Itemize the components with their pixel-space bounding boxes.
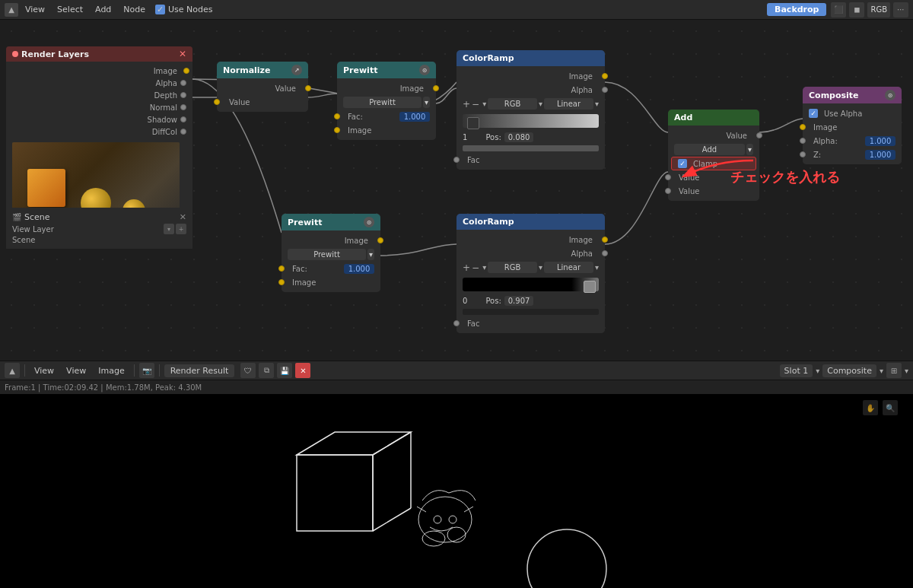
composite-icon: ⊙	[885, 90, 896, 100]
view-layer-chevron[interactable]: ▾	[164, 224, 174, 234]
prewitt1-dropdown-arrow[interactable]: ▾	[423, 97, 430, 108]
menu-view[interactable]: View	[20, 3, 50, 16]
cr2-rgb-btn[interactable]: RGB	[488, 262, 537, 273]
prewitt-node1: Prewitt ⊙ Image Prewitt ▾ Fac: 1.000 Ima…	[337, 62, 436, 140]
icon-btn-4[interactable]: ⋯	[893, 2, 908, 17]
bottom-image-btn[interactable]: Image	[94, 364, 129, 377]
cr2-alpha-socket	[602, 250, 608, 256]
cr1-remove-btn[interactable]: −	[472, 99, 479, 110]
cr1-add-btn[interactable]: +	[463, 99, 470, 110]
colorramp2-title: ColorRamp	[463, 217, 514, 227]
cr1-rgb-btn[interactable]: RGB	[488, 98, 537, 110]
composite-z-label: Z:	[809, 151, 862, 159]
shield-icon[interactable]: 🛡	[240, 363, 256, 378]
backdrop-button[interactable]: Backdrop	[767, 3, 826, 16]
view-mode-arrow[interactable]: ▾	[905, 367, 908, 375]
cr2-add-btn[interactable]: +	[463, 262, 470, 273]
cr2-track-bar	[463, 309, 599, 315]
normalize-output-socket	[305, 85, 311, 91]
bottom-icon1[interactable]: ▲	[5, 363, 20, 378]
cr2-menu-btn[interactable]: ▾	[482, 263, 486, 272]
svg-point-8	[422, 531, 445, 546]
svg-line-6	[373, 432, 411, 455]
colorramp1-title: ColorRamp	[463, 53, 514, 63]
camera-icon[interactable]: 📷	[139, 363, 154, 378]
render-layers-node: Render Layers ✕ Image Alpha Depth Normal…	[6, 46, 192, 249]
composite-img-socket	[800, 124, 806, 130]
composite-title: Composite	[809, 91, 859, 100]
view-mode-icon[interactable]: ⊞	[886, 363, 902, 378]
add-operation-dropdown[interactable]: Add	[674, 144, 745, 155]
rgb-label[interactable]: RGB	[867, 2, 890, 17]
cr1-colorbar[interactable]	[463, 114, 599, 128]
render-layers-close[interactable]: ✕	[179, 49, 186, 59]
cr1-pos-value[interactable]: 0.080	[504, 132, 534, 142]
cr2-fac-in: Fac	[456, 316, 605, 330]
svg-line-10	[417, 507, 426, 512]
add-value-out-label: Value	[674, 132, 753, 140]
menu-node[interactable]: Node	[118, 3, 151, 16]
cr1-image-out-label: Image	[463, 72, 599, 81]
close-render-btn[interactable]: ✕	[295, 363, 310, 378]
cr1-track-bar	[463, 145, 599, 151]
add-operation-arrow[interactable]: ▾	[746, 144, 753, 155]
prewitt2-dropdown-arrow[interactable]: ▾	[367, 249, 374, 260]
prewitt2-img-in: Image	[282, 275, 380, 289]
prewitt2-out-socket	[377, 237, 383, 243]
hand-icon[interactable]: ✋	[863, 400, 878, 415]
icon-btn-1[interactable]: ⬛	[831, 2, 846, 17]
cr2-swatch[interactable]	[584, 281, 596, 293]
add-node-header: Add	[668, 110, 759, 126]
bottom-toolbar: ▲ View View Image 📷 Render Result 🛡 ⧉ 💾 …	[0, 361, 913, 380]
prewitt1-fac-value[interactable]: 1.000	[399, 112, 430, 122]
colorramp-node2: ColorRamp Image Alpha + − ▾ RGB ▾ Linear…	[456, 214, 605, 333]
render-layers-dot	[12, 51, 18, 57]
composite-z-val[interactable]: 1.000	[865, 150, 896, 160]
clamp-checkbox[interactable]: ✓	[678, 159, 687, 168]
use-alpha-row: ✓ Use Alpha	[803, 106, 902, 120]
cr1-linear-arrow[interactable]: ▾	[595, 100, 599, 108]
cr1-linear-btn[interactable]: Linear	[544, 98, 593, 110]
composite-alpha-val[interactable]: 1.000	[865, 136, 896, 146]
menu-add[interactable]: Add	[90, 3, 116, 16]
scene-remove[interactable]: ✕	[180, 212, 186, 222]
use-nodes-checkbox[interactable]: ✓	[155, 5, 165, 14]
use-alpha-checkbox[interactable]: ✓	[809, 109, 818, 118]
copy-icon[interactable]: ⧉	[259, 363, 274, 378]
render-layers-title: Render Layers	[21, 49, 89, 59]
slot-dropdown[interactable]: Slot 1	[780, 364, 813, 377]
cr1-rgb-arrow[interactable]: ▾	[539, 100, 542, 108]
prewitt2-image-out-label: Image	[288, 237, 374, 245]
composite-dropdown[interactable]: Composite	[822, 364, 876, 377]
view-layer-add[interactable]: +	[176, 224, 186, 234]
prewitt1-dropdown[interactable]: Prewitt	[343, 97, 422, 108]
cr2-remove-btn[interactable]: −	[472, 262, 479, 273]
cr2-linear-arrow[interactable]: ▾	[595, 263, 599, 272]
menu-select[interactable]: Select	[52, 3, 88, 16]
cr2-pos-value[interactable]: 0.907	[504, 296, 534, 306]
cr1-swatch[interactable]	[467, 117, 479, 129]
zoom-icon[interactable]: 🔍	[883, 400, 898, 415]
normalize-output-label: Value	[223, 84, 302, 93]
cr2-colorbar[interactable]	[463, 278, 599, 291]
clamp-row: ✓ Clamp	[671, 157, 756, 170]
composite-z-row: Z: 1.000	[803, 148, 902, 161]
colorramp2-header: ColorRamp	[456, 214, 605, 230]
add-val1-label: Value	[674, 173, 753, 182]
cr1-alpha-out: Alpha	[456, 83, 605, 97]
composite-arrow[interactable]: ▾	[880, 367, 883, 375]
cr1-menu-btn[interactable]: ▾	[482, 100, 486, 108]
slot-arrow[interactable]: ▾	[816, 367, 819, 375]
rl-normal-label: Normal	[12, 103, 177, 112]
bottom-view-btn[interactable]: View	[30, 364, 59, 377]
cr2-linear-btn[interactable]: Linear	[544, 262, 593, 273]
normalize-body: Value Value	[217, 78, 308, 112]
prewitt2-fac-value[interactable]: 1.000	[344, 264, 374, 274]
icon-btn-2[interactable]: ◼	[849, 2, 864, 17]
cr2-rgb-arrow[interactable]: ▾	[539, 263, 542, 272]
prewitt2-dropdown[interactable]: Prewitt	[288, 249, 366, 260]
prewitt2-dropdown-row: Prewitt ▾	[282, 247, 380, 262]
save-icon[interactable]: 💾	[277, 363, 292, 378]
use-nodes-group: ✓ Use Nodes	[155, 5, 213, 14]
bottom-view-btn2[interactable]: View	[62, 364, 91, 377]
